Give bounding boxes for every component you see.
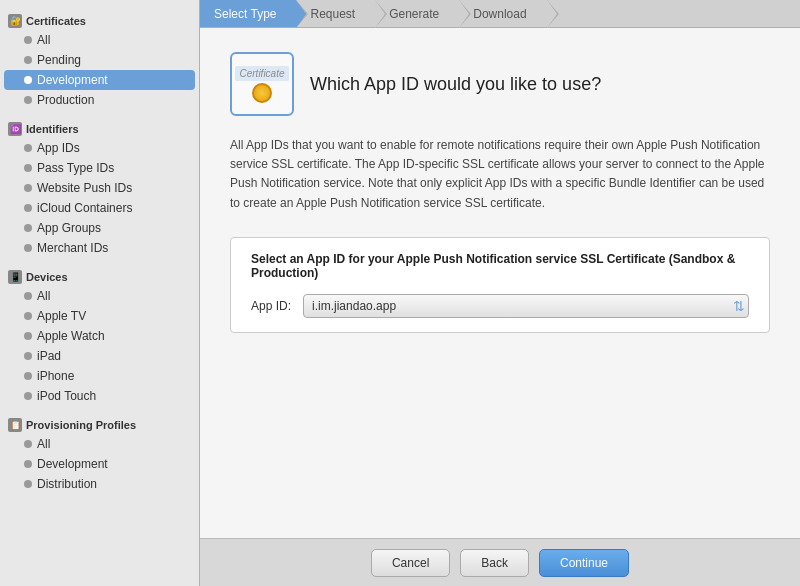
main-content: Select TypeRequestGenerateDownload Certi…: [200, 0, 800, 586]
sidebar-item-dot-profiles-development: [24, 460, 32, 468]
sidebar-item-apple-watch[interactable]: Apple Watch: [0, 326, 199, 346]
cancel-button[interactable]: Cancel: [371, 549, 450, 577]
app-id-label: App ID:: [251, 299, 291, 313]
sidebar-section-certificates: 🔐CertificatesAllPendingDevelopmentProduc…: [0, 8, 199, 110]
sidebar-item-development[interactable]: Development: [4, 70, 195, 90]
sidebar-item-dot-apple-tv: [24, 312, 32, 320]
page-title: Which App ID would you like to use?: [310, 74, 601, 95]
content-header: Certificate Which App ID would you like …: [230, 52, 770, 116]
cert-icon-label: Certificate: [235, 66, 288, 81]
sidebar-item-dot-iphone: [24, 372, 32, 380]
app-id-select[interactable]: i.im.jiandao.app: [303, 294, 749, 318]
sidebar-item-pass-type-ids[interactable]: Pass Type IDs: [0, 158, 199, 178]
certificate-icon: Certificate: [230, 52, 294, 116]
sidebar-section-header-provisioning-profiles: 📋Provisioning Profiles: [0, 412, 199, 434]
sidebar-section-label-devices: Devices: [26, 271, 68, 283]
sidebar-item-pending[interactable]: Pending: [0, 50, 199, 70]
sidebar-item-label-app-ids: App IDs: [37, 141, 80, 155]
sidebar-item-label-merchant-ids: Merchant IDs: [37, 241, 108, 255]
sidebar-item-label-production: Production: [37, 93, 94, 107]
wizard-step-label-generate: Generate: [389, 7, 439, 21]
sidebar-item-label-apple-tv: Apple TV: [37, 309, 86, 323]
wizard-step-select-type[interactable]: Select Type: [200, 0, 296, 27]
sidebar-item-iphone[interactable]: iPhone: [0, 366, 199, 386]
provisioning-profiles-section-icon: 📋: [8, 418, 22, 432]
app-id-row: App ID: i.im.jiandao.app ⇅: [251, 294, 749, 318]
sidebar-item-ipod-touch[interactable]: iPod Touch: [0, 386, 199, 406]
certificates-section-icon: 🔐: [8, 14, 22, 28]
sidebar-item-website-push-ids[interactable]: Website Push IDs: [0, 178, 199, 198]
sidebar-item-all[interactable]: All: [0, 30, 199, 50]
sidebar-item-label-website-push-ids: Website Push IDs: [37, 181, 132, 195]
sidebar-item-label-all: All: [37, 33, 50, 47]
sidebar-item-dot-production: [24, 96, 32, 104]
sidebar-item-app-groups[interactable]: App Groups: [0, 218, 199, 238]
sidebar-item-dot-ipod-touch: [24, 392, 32, 400]
identifiers-section-icon: 🆔: [8, 122, 22, 136]
sidebar: 🔐CertificatesAllPendingDevelopmentProduc…: [0, 0, 200, 586]
sidebar-item-dot-apple-watch: [24, 332, 32, 340]
sidebar-item-apple-tv[interactable]: Apple TV: [0, 306, 199, 326]
sidebar-item-label-profiles-distribution: Distribution: [37, 477, 97, 491]
sidebar-item-profiles-development[interactable]: Development: [0, 454, 199, 474]
sidebar-item-label-development: Development: [37, 73, 108, 87]
content-area: Certificate Which App ID would you like …: [200, 28, 800, 538]
back-button[interactable]: Back: [460, 549, 529, 577]
description-text: All App IDs that you want to enable for …: [230, 136, 770, 213]
sidebar-item-production[interactable]: Production: [0, 90, 199, 110]
sidebar-section-header-certificates: 🔐Certificates: [0, 8, 199, 30]
sidebar-item-label-ipod-touch: iPod Touch: [37, 389, 96, 403]
sidebar-item-label-all-devices: All: [37, 289, 50, 303]
sidebar-section-label-identifiers: Identifiers: [26, 123, 79, 135]
sidebar-item-profiles-distribution[interactable]: Distribution: [0, 474, 199, 494]
continue-button[interactable]: Continue: [539, 549, 629, 577]
sidebar-item-ipad[interactable]: iPad: [0, 346, 199, 366]
sidebar-item-label-iphone: iPhone: [37, 369, 74, 383]
sidebar-section-header-identifiers: 🆔Identifiers: [0, 116, 199, 138]
wizard-step-download[interactable]: Download: [459, 0, 546, 27]
sidebar-item-label-app-groups: App Groups: [37, 221, 101, 235]
app-id-section: Select an App ID for your Apple Push Not…: [230, 237, 770, 333]
sidebar-item-dot-app-groups: [24, 224, 32, 232]
wizard-step-label-request: Request: [310, 7, 355, 21]
sidebar-item-dot-all-devices: [24, 292, 32, 300]
sidebar-section-provisioning-profiles: 📋Provisioning ProfilesAllDevelopmentDist…: [0, 412, 199, 494]
sidebar-item-dot-profiles-distribution: [24, 480, 32, 488]
sidebar-item-all-devices[interactable]: All: [0, 286, 199, 306]
sidebar-item-label-ipad: iPad: [37, 349, 61, 363]
sidebar-item-dot-merchant-ids: [24, 244, 32, 252]
sidebar-item-dot-all: [24, 36, 32, 44]
sidebar-item-icloud-containers[interactable]: iCloud Containers: [0, 198, 199, 218]
sidebar-item-dot-pending: [24, 56, 32, 64]
sidebar-item-app-ids[interactable]: App IDs: [0, 138, 199, 158]
app-id-section-title: Select an App ID for your Apple Push Not…: [251, 252, 749, 280]
sidebar-item-merchant-ids[interactable]: Merchant IDs: [0, 238, 199, 258]
app-id-select-wrapper[interactable]: i.im.jiandao.app ⇅: [303, 294, 749, 318]
sidebar-section-identifiers: 🆔IdentifiersApp IDsPass Type IDsWebsite …: [0, 116, 199, 258]
wizard-step-generate[interactable]: Generate: [375, 0, 459, 27]
sidebar-item-dot-profiles-all: [24, 440, 32, 448]
sidebar-item-label-apple-watch: Apple Watch: [37, 329, 105, 343]
sidebar-item-dot-development: [24, 76, 32, 84]
sidebar-item-dot-app-ids: [24, 144, 32, 152]
sidebar-item-label-profiles-all: All: [37, 437, 50, 451]
cert-icon-medal: [252, 83, 272, 103]
sidebar-item-dot-website-push-ids: [24, 184, 32, 192]
wizard-step-label-select-type: Select Type: [214, 7, 276, 21]
sidebar-item-label-profiles-development: Development: [37, 457, 108, 471]
sidebar-section-header-devices: 📱Devices: [0, 264, 199, 286]
sidebar-section-label-provisioning-profiles: Provisioning Profiles: [26, 419, 136, 431]
sidebar-item-dot-pass-type-ids: [24, 164, 32, 172]
sidebar-item-dot-ipad: [24, 352, 32, 360]
wizard-step-label-download: Download: [473, 7, 526, 21]
sidebar-section-devices: 📱DevicesAllApple TVApple WatchiPadiPhone…: [0, 264, 199, 406]
sidebar-item-label-pending: Pending: [37, 53, 81, 67]
wizard-steps-bar: Select TypeRequestGenerateDownload: [200, 0, 800, 28]
sidebar-item-profiles-all[interactable]: All: [0, 434, 199, 454]
sidebar-section-label-certificates: Certificates: [26, 15, 86, 27]
sidebar-item-label-icloud-containers: iCloud Containers: [37, 201, 132, 215]
footer: Cancel Back Continue: [200, 538, 800, 586]
devices-section-icon: 📱: [8, 270, 22, 284]
sidebar-item-label-pass-type-ids: Pass Type IDs: [37, 161, 114, 175]
sidebar-item-dot-icloud-containers: [24, 204, 32, 212]
